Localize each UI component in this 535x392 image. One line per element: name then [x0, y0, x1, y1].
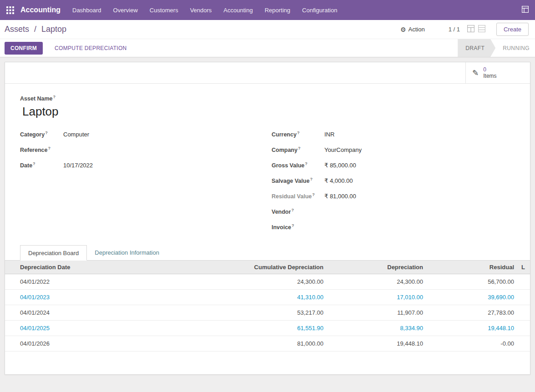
cell-depreciation: 19,448.10: [328, 336, 428, 352]
breadcrumb-current: Laptop: [41, 25, 66, 34]
items-label: Items: [483, 73, 496, 79]
field-invoice: Invoice?: [272, 223, 516, 233]
form-view-icon[interactable]: [467, 25, 474, 34]
col-linked[interactable]: L: [519, 261, 530, 274]
nav-item-configuration[interactable]: Configuration: [302, 7, 337, 14]
help-marker: ?: [53, 95, 56, 99]
content-area: ✎ 0 Items Asset Name? Laptop Category?: [0, 57, 535, 379]
field-grid: Category? Computer Reference? Date? 10/1…: [20, 131, 516, 239]
table-row[interactable]: 04/01/2025 61,551.90 8,334.90 19,448.10: [5, 321, 530, 336]
items-stat-button[interactable]: ✎ 0 Items: [465, 62, 530, 83]
items-count: 0: [483, 66, 496, 73]
field-label: Vendor: [272, 209, 291, 215]
table-row[interactable]: 04/01/2026 81,000.00 19,448.10 -0.00: [5, 336, 530, 352]
cell-date[interactable]: 04/01/2026: [5, 336, 164, 352]
help-marker: ?: [312, 192, 315, 197]
date-value[interactable]: 10/17/2022: [63, 162, 272, 169]
table-row[interactable]: 04/01/2022 24,300.00 24,300.00 56,700.00: [5, 274, 530, 290]
tab-depreciation-information[interactable]: Depreciation Information: [87, 245, 167, 260]
asset-name-value[interactable]: Laptop: [22, 105, 516, 119]
table-header-row: Depreciation Date Cumulative Depreciatio…: [5, 261, 530, 274]
field-label: Salvage Value: [272, 178, 309, 184]
action-menu-button[interactable]: ⚙ Action: [400, 26, 425, 33]
cell-depreciation: 11,907.00: [328, 305, 428, 321]
nav-item-customers[interactable]: Customers: [150, 7, 178, 14]
col-depreciation-date[interactable]: Depreciation Date: [5, 261, 164, 274]
asset-name-label: Asset Name?: [20, 95, 516, 102]
field-label: Residual Value: [272, 193, 312, 200]
nav-item-overview[interactable]: Overview: [113, 7, 138, 14]
field-date: Date? 10/17/2022: [20, 161, 272, 171]
apps-grid-icon[interactable]: [6, 6, 14, 14]
view-switcher: [467, 25, 485, 34]
col-residual[interactable]: Residual: [428, 261, 519, 274]
help-marker: ?: [297, 131, 300, 135]
cell-date[interactable]: 04/01/2022: [5, 274, 164, 290]
salvage-value[interactable]: ₹ 4,000.00: [324, 177, 516, 184]
breadcrumb: Assets / Laptop: [5, 25, 66, 34]
help-marker: ?: [298, 146, 301, 151]
field-gross-value: Gross Value? ₹ 85,000.00: [272, 161, 516, 171]
field-label: Currency: [272, 131, 297, 138]
breadcrumb-assets[interactable]: Assets: [5, 25, 29, 34]
company-value[interactable]: YourCompany: [324, 146, 516, 153]
cell-cumulative: 61,551.90: [164, 321, 328, 336]
asset-name-group: Asset Name? Laptop: [20, 95, 516, 119]
help-marker: ?: [291, 208, 294, 212]
field-residual-value: Residual Value? ₹ 81,000.00: [272, 192, 516, 202]
col-depreciation[interactable]: Depreciation: [328, 261, 428, 274]
pager[interactable]: 1 / 1: [449, 26, 460, 33]
confirm-button[interactable]: CONFIRM: [5, 42, 43, 55]
top-navbar: Accounting Dashboard Overview Customers …: [0, 0, 535, 20]
category-value[interactable]: Computer: [63, 131, 272, 138]
control-panel: Assets / Laptop ⚙ Action 1 / 1: [0, 20, 535, 39]
help-marker: ?: [305, 161, 308, 166]
field-label: Reference: [20, 147, 47, 153]
cell-date[interactable]: 04/01/2024: [5, 305, 164, 321]
col-cumulative-depreciation[interactable]: Cumulative Depreciation: [164, 261, 328, 274]
field-vendor: Vendor?: [272, 208, 516, 217]
status-pipeline: DRAFT RUNNING: [458, 39, 535, 57]
field-company: Company? YourCompany: [272, 146, 516, 156]
gross-value[interactable]: ₹ 85,000.00: [324, 162, 516, 169]
systray-icon[interactable]: [522, 6, 529, 14]
cell-residual: 19,448.10: [428, 321, 519, 336]
field-currency: Currency? INR: [272, 131, 516, 140]
field-salvage-value: Salvage Value? ₹ 4,000.00: [272, 177, 516, 186]
breadcrumb-separator: /: [34, 25, 36, 34]
create-button[interactable]: Create: [496, 23, 529, 36]
tab-depreciation-board[interactable]: Depreciation Board: [20, 245, 87, 261]
table-row[interactable]: 04/01/2023 41,310.00 17,010.00 39,690.00: [5, 290, 530, 305]
list-view-icon[interactable]: [478, 25, 485, 34]
gear-icon: ⚙: [400, 26, 406, 33]
status-draft[interactable]: DRAFT: [458, 39, 495, 57]
nav-item-dashboard[interactable]: Dashboard: [72, 7, 101, 14]
field-label: Gross Value: [272, 162, 304, 169]
nav-item-reporting[interactable]: Reporting: [265, 7, 290, 14]
help-marker: ?: [45, 131, 48, 135]
currency-value[interactable]: INR: [324, 131, 516, 138]
compute-depreciation-button[interactable]: COMPUTE DEPRECIATION: [50, 42, 131, 55]
residual-value: ₹ 81,000.00: [324, 193, 516, 200]
pencil-icon: ✎: [472, 68, 479, 78]
field-label: Invoice: [272, 224, 291, 231]
cell-residual: 27,783.00: [428, 305, 519, 321]
field-reference: Reference?: [20, 146, 272, 156]
top-menu: Dashboard Overview Customers Vendors Acc…: [72, 7, 522, 14]
cell-date[interactable]: 04/01/2025: [5, 321, 164, 336]
cell-depreciation: 8,334.90: [328, 321, 428, 336]
statusbar: CONFIRM COMPUTE DEPRECIATION DRAFT RUNNI…: [0, 39, 535, 57]
nav-item-accounting[interactable]: Accounting: [223, 7, 252, 14]
app-name[interactable]: Accounting: [20, 6, 61, 14]
nav-item-vendors[interactable]: Vendors: [190, 7, 212, 14]
cell-depreciation: 24,300.00: [328, 274, 428, 290]
action-label: Action: [409, 26, 425, 33]
cell-cumulative: 81,000.00: [164, 336, 328, 352]
cell-date[interactable]: 04/01/2023: [5, 290, 164, 305]
status-running[interactable]: RUNNING: [495, 39, 535, 57]
fields-area: Asset Name? Laptop Category? Computer Re…: [5, 84, 530, 239]
cell-residual: 56,700.00: [428, 274, 519, 290]
table-row[interactable]: 04/01/2024 53,217.00 11,907.00 27,783.00: [5, 305, 530, 321]
notebook-tabs: Depreciation Board Depreciation Informat…: [5, 245, 530, 261]
button-box: ✎ 0 Items: [5, 62, 530, 84]
